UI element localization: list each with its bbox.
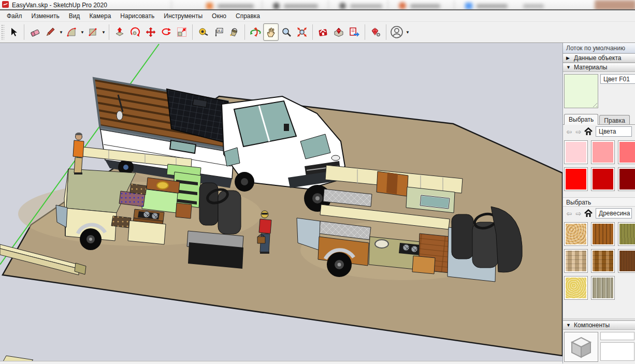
component-cube-icon (570, 336, 593, 358)
default-tray: Лоток по умолчанию ▶ Данные объекта ▼ Ма… (562, 43, 635, 363)
home-icon[interactable] (584, 127, 593, 136)
line-tool-button[interactable] (42, 23, 58, 41)
pan-tool-button[interactable] (263, 23, 279, 41)
sketchup-window: EasyVan.skp - SketchUp Pro 2020 Файл Изм… (0, 0, 635, 364)
toolbar: ▼ ▼ ▼ A1 (0, 22, 635, 43)
component-description-field[interactable] (600, 342, 634, 361)
material-swatch-parquet-orange[interactable] (591, 249, 615, 273)
section-materials[interactable]: ▼ Материалы (563, 63, 635, 72)
section-entity-info[interactable]: ▶ Данные объекта (563, 53, 635, 63)
menu-item-camera[interactable]: Камера (84, 11, 116, 21)
color-swatch-5[interactable] (591, 167, 615, 191)
account-button[interactable] (389, 23, 405, 41)
material-swatch-pine-speckled[interactable] (564, 276, 588, 300)
back-arrow-icon[interactable]: ⇦ (565, 128, 573, 136)
component-preview[interactable] (564, 332, 598, 362)
zoom-tool-button[interactable] (279, 23, 294, 41)
color-swatch-1[interactable] (564, 140, 588, 164)
account-dropdown[interactable]: ▼ (405, 30, 410, 35)
forward-arrow-icon[interactable]: ⇨ (574, 210, 583, 217)
material-swatch-olive-wood[interactable] (618, 222, 635, 246)
rectangle-tool-button[interactable] (85, 23, 100, 41)
extension-warehouse-button[interactable] (368, 23, 383, 41)
menu-item-edit[interactable]: Изменить (27, 11, 64, 21)
collection-dropdown-wood[interactable]: Древесина (596, 208, 632, 219)
wood-nav: ⇦ ⇨ Древесина (563, 207, 635, 220)
send-to-layout-button[interactable] (347, 23, 362, 41)
zoom-extents-tool-button[interactable] (294, 23, 310, 41)
color-swatch-4[interactable] (564, 167, 588, 191)
viewport-3d[interactable] (0, 43, 562, 361)
window-title: EasyVan.skp - SketchUp Pro 2020 (12, 2, 107, 9)
forward-arrow-icon[interactable]: ⇨ (574, 128, 583, 136)
tab-edit[interactable]: Правка (599, 115, 630, 124)
collection-dropdown-colors[interactable]: Цвета (596, 126, 632, 137)
expanded-arrow-icon: ▼ (566, 65, 571, 70)
arc-tool-dropdown[interactable]: ▼ (80, 30, 85, 35)
svg-text:A1: A1 (218, 29, 223, 33)
rectangle-tool-dropdown[interactable]: ▼ (101, 30, 106, 35)
color-swatch-3[interactable] (618, 140, 635, 164)
color-swatch-grid (563, 138, 635, 192)
3d-warehouse-button[interactable] (315, 23, 331, 41)
orbit-tool-button[interactable] (248, 23, 263, 41)
material-swatch-wood-grain[interactable] (591, 222, 615, 246)
wood-swatch-grid (563, 220, 635, 301)
menu-item-view[interactable]: Вид (64, 11, 85, 21)
menu-item-file[interactable]: Файл (2, 11, 27, 21)
material-swatch-weathered[interactable] (591, 276, 615, 300)
select-tool-button[interactable] (6, 23, 21, 41)
paint-bucket-tool-button[interactable] (226, 23, 242, 41)
scale-tool-button[interactable] (174, 23, 190, 41)
follow-me-tool-button[interactable] (127, 23, 143, 41)
menu-bar: Файл Изменить Вид Камера Нарисовать Инст… (0, 10, 635, 22)
color-swatch-6[interactable] (618, 167, 635, 191)
sketchup-logo-icon (2, 1, 9, 10)
toolbar-grip[interactable] (1, 24, 4, 40)
push-pull-tool-button[interactable] (112, 23, 127, 41)
text-tool-button[interactable]: A1 (211, 23, 226, 41)
section-components[interactable]: ▼ Компоненты (563, 321, 635, 330)
back-arrow-icon[interactable]: ⇦ (565, 210, 573, 217)
move-tool-button[interactable] (143, 23, 158, 41)
collapsed-arrow-icon: ▶ (566, 55, 571, 61)
eraser-tool-button[interactable] (27, 23, 42, 41)
status-bar (0, 361, 562, 363)
tab-select[interactable]: Выбрать (564, 114, 598, 125)
material-preview[interactable] (564, 74, 598, 108)
material-swatch-parquet-light[interactable] (564, 249, 588, 273)
menu-item-window[interactable]: Окно (207, 11, 231, 21)
materials-tabs: Выбрать Правка (563, 112, 635, 125)
material-swatch-mahogany[interactable] (618, 249, 635, 273)
material-name-field[interactable]: Цвет F01 (600, 74, 635, 84)
tape-measure-tool-button[interactable] (195, 23, 211, 41)
menu-item-tools[interactable]: Инструменты (159, 11, 207, 21)
colors-nav: ⇦ ⇨ Цвета (563, 125, 635, 138)
material-swatch-osb[interactable] (564, 222, 588, 246)
line-tool-dropdown[interactable]: ▼ (59, 30, 64, 35)
menu-item-draw[interactable]: Нарисовать (116, 11, 159, 21)
arc-tool-button[interactable] (64, 23, 79, 41)
menu-item-help[interactable]: Справка (231, 11, 265, 21)
expanded-arrow-icon: ▼ (566, 323, 571, 328)
color-swatch-2[interactable] (591, 140, 615, 164)
component-name-field[interactable] (600, 332, 634, 340)
home-icon[interactable] (584, 209, 593, 217)
share-model-button[interactable] (331, 23, 347, 41)
tray-title: Лоток по умолчанию (563, 43, 635, 53)
rotate-tool-button[interactable] (158, 23, 174, 41)
title-bar: EasyVan.skp - SketchUp Pro 2020 (0, 0, 635, 10)
select-pane-header[interactable]: Выбрать (563, 197, 635, 207)
